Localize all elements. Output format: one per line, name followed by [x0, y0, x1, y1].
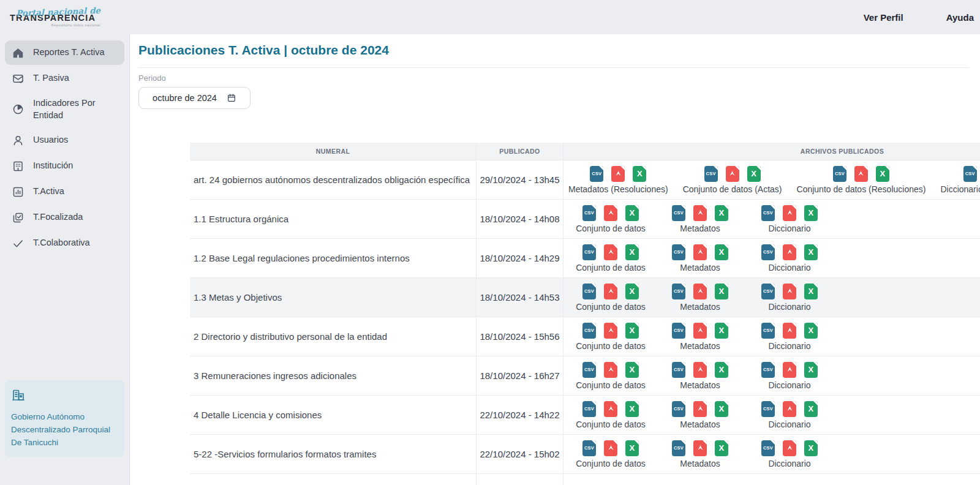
excel-file-icon[interactable]: X [715, 440, 728, 456]
pdf-file-icon[interactable] [604, 401, 617, 417]
excel-file-icon[interactable]: X [876, 166, 889, 182]
file-group: CSV X Conjunto de datos [566, 205, 655, 233]
csv-file-icon[interactable]: CSV [582, 362, 596, 378]
csv-file-icon[interactable]: CSV [761, 284, 775, 299]
archivos-cell: CSV X Conjunto de datos CSV X Metadatos … [564, 396, 980, 434]
csv-file-icon[interactable]: CSV [672, 362, 685, 378]
excel-file-icon[interactable]: X [715, 205, 728, 221]
csv-file-icon[interactable]: CSV [582, 284, 596, 299]
csv-file-icon[interactable]: CSV [590, 166, 603, 182]
pdf-file-icon[interactable] [783, 244, 796, 260]
sidebar-item-t-pasiva[interactable]: T. Pasiva [5, 66, 124, 91]
csv-file-icon[interactable]: CSV [582, 323, 596, 339]
csv-file-icon[interactable]: CSV [672, 205, 685, 221]
pdf-file-icon[interactable] [693, 362, 707, 378]
pdf-file-icon[interactable] [854, 166, 868, 182]
sidebar-item-institucion[interactable]: Institución [5, 154, 124, 178]
pdf-file-icon[interactable] [693, 205, 707, 221]
csv-file-icon[interactable]: CSV [582, 440, 596, 456]
csv-file-icon[interactable]: CSV [582, 244, 596, 260]
excel-file-icon[interactable]: X [625, 205, 639, 221]
publications-table: NUMERAL PUBLICADO ARCHIVOS PUBLICADOS ar… [190, 143, 980, 485]
numeral-cell: art. 24 gobiernos autónomos descentraliz… [190, 160, 477, 199]
file-group-label: Metadatos [680, 302, 720, 312]
table-row: 1.3 Metas y Objetivos 18/10/2024 - 14h53… [190, 278, 980, 317]
pdf-file-icon[interactable] [611, 166, 625, 182]
pdf-file-icon[interactable] [693, 244, 707, 260]
ver-perfil-link[interactable]: Ver Perfil [864, 12, 903, 23]
excel-file-icon[interactable]: X [804, 401, 818, 417]
excel-file-icon[interactable]: X [804, 440, 818, 456]
sidebar-item-reportes-t-activa[interactable]: Reportes T. Activa [5, 40, 124, 65]
pdf-file-icon[interactable] [604, 205, 617, 221]
sidebar-item-t-colaborativa[interactable]: T.Colaborativa [5, 231, 124, 255]
file-group: CSV X Diccionario [745, 244, 834, 273]
excel-file-icon[interactable]: X [625, 362, 639, 378]
csv-file-icon[interactable]: CSV [761, 401, 775, 417]
file-group-label: Diccionario [768, 380, 810, 390]
excel-file-icon[interactable]: X [625, 440, 639, 456]
csv-file-icon[interactable]: CSV [761, 323, 775, 339]
pdf-file-icon[interactable] [783, 284, 796, 299]
excel-file-icon[interactable]: X [804, 244, 818, 260]
sidebar-item-indicadores-por-entidad[interactable]: Indicadores Por Entidad [5, 92, 124, 127]
pdf-file-icon[interactable] [693, 401, 707, 417]
pdf-file-icon[interactable] [604, 440, 617, 456]
excel-file-icon[interactable]: X [804, 284, 818, 299]
sidebar-item-t-activa[interactable]: T.Activa [5, 179, 124, 204]
csv-file-icon[interactable]: CSV [582, 401, 596, 417]
pdf-file-icon[interactable] [604, 323, 617, 339]
csv-file-icon[interactable]: CSV [963, 166, 977, 182]
pdf-file-icon[interactable] [783, 205, 796, 221]
file-group: CSV X Conjunto de datos [566, 362, 655, 390]
excel-file-icon[interactable]: X [633, 166, 646, 182]
excel-file-icon[interactable]: X [625, 244, 639, 260]
excel-file-icon[interactable]: X [625, 284, 639, 299]
pdf-file-icon[interactable] [604, 244, 617, 260]
portal-logo[interactable]: Portal nacional de TRANSPARENCIA Reposit… [10, 8, 100, 27]
file-group: CSV X Metadatos [655, 401, 745, 429]
pdf-file-icon[interactable] [726, 166, 739, 182]
sidebar-item-t-focalizada[interactable]: T.Focalizada [5, 205, 124, 230]
pdf-file-icon[interactable] [604, 284, 617, 299]
publicado-cell: 22/10/2024 - 14h22 [477, 396, 564, 434]
excel-file-icon[interactable]: X [715, 244, 728, 260]
ayuda-link[interactable]: Ayuda [946, 12, 974, 23]
csv-file-icon[interactable]: CSV [761, 362, 775, 378]
csv-file-icon[interactable]: CSV [761, 440, 775, 456]
csv-file-icon[interactable]: CSV [582, 205, 596, 221]
excel-file-icon[interactable]: X [747, 166, 761, 182]
csv-file-icon[interactable]: CSV [833, 166, 846, 182]
calendar-icon[interactable] [227, 93, 236, 103]
excel-file-icon[interactable]: X [625, 401, 639, 417]
excel-file-icon[interactable]: X [804, 323, 818, 339]
excel-file-icon[interactable]: X [715, 323, 728, 339]
csv-file-icon[interactable]: CSV [672, 244, 685, 260]
csv-file-icon[interactable]: CSV [672, 440, 685, 456]
excel-file-icon[interactable]: X [715, 284, 728, 299]
numeral-cell: 5-22 -Servicios formularios formatos tra… [190, 435, 477, 473]
csv-file-icon[interactable]: CSV [704, 166, 718, 182]
pdf-file-icon[interactable] [604, 362, 617, 378]
pdf-file-icon[interactable] [693, 284, 707, 299]
pdf-file-icon[interactable] [783, 401, 796, 417]
file-group: CSV X Diccionario [745, 323, 834, 351]
excel-file-icon[interactable]: X [715, 401, 728, 417]
excel-file-icon[interactable]: X [625, 323, 639, 339]
csv-file-icon[interactable]: CSV [761, 205, 775, 221]
pdf-file-icon[interactable] [693, 323, 707, 339]
table-row: 3 Remuneraciones ingresos adicionales 18… [190, 356, 980, 396]
pdf-file-icon[interactable] [783, 323, 796, 339]
excel-file-icon[interactable]: X [804, 362, 818, 378]
pdf-file-icon[interactable] [693, 440, 707, 456]
pdf-file-icon[interactable] [783, 440, 796, 456]
sidebar-item-usuarios[interactable]: Usuarios [5, 128, 124, 152]
excel-file-icon[interactable]: X [804, 205, 818, 221]
csv-file-icon[interactable]: CSV [672, 284, 685, 299]
csv-file-icon[interactable]: CSV [672, 323, 685, 339]
pdf-file-icon[interactable] [783, 362, 796, 378]
csv-file-icon[interactable]: CSV [672, 401, 685, 417]
period-month-input[interactable]: octubre de 2024 [138, 87, 251, 109]
excel-file-icon[interactable]: X [715, 362, 728, 378]
csv-file-icon[interactable]: CSV [761, 244, 775, 260]
